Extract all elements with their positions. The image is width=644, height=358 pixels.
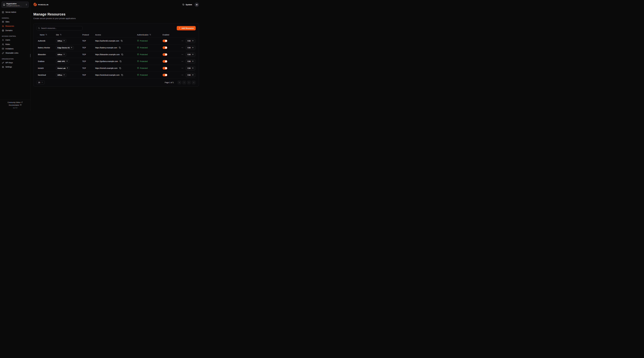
- access-url: https://immich.example.com: [95, 67, 118, 69]
- sidebar-item-sites[interactable]: Sites: [0, 20, 30, 24]
- site-link-button[interactable]: Home Lab: [56, 66, 70, 70]
- row-menu-button[interactable]: [181, 40, 184, 42]
- site-link-button[interactable]: Office: [56, 73, 66, 77]
- org-selector-value: milo@fossorial.io's ...: [6, 5, 24, 7]
- resource-protocol: TCP: [82, 54, 95, 56]
- sort-icon: [60, 34, 62, 36]
- pagination-first-button[interactable]: [178, 81, 181, 84]
- roles-icon: [2, 43, 4, 46]
- sidebar-item-label: Users: [6, 39, 10, 41]
- column-header-name[interactable]: Name: [36, 34, 56, 36]
- column-header-authentication[interactable]: Authentication: [137, 34, 162, 36]
- column-header-site[interactable]: Site: [56, 34, 82, 36]
- edit-button[interactable]: Edit: [186, 46, 196, 50]
- sidebar-item-domains[interactable]: Domains: [0, 28, 30, 33]
- sidebar-item-invitations[interactable]: Invitations: [0, 47, 30, 51]
- edit-button[interactable]: Edit: [186, 39, 196, 43]
- brand: PANGOLIN: [33, 3, 48, 7]
- auth-status-label: Protected: [140, 74, 148, 76]
- sidebar-item-users[interactable]: Users: [0, 38, 30, 42]
- site-link-button[interactable]: Office: [56, 53, 66, 57]
- site-link-button[interactable]: Office: [56, 39, 66, 43]
- arrow-right-icon: [192, 40, 194, 42]
- pagination-last-button[interactable]: [192, 81, 196, 84]
- sidebar-item-resources[interactable]: Resources: [0, 24, 30, 28]
- book-open-icon: [20, 104, 22, 106]
- site-link-button[interactable]: Edge Device 01: [56, 46, 74, 50]
- edit-button[interactable]: Edit: [186, 66, 196, 70]
- search-input[interactable]: [36, 26, 82, 30]
- arrow-right-icon: [192, 67, 194, 69]
- section-label-general: GENERAL: [2, 17, 28, 19]
- sites-icon: [2, 21, 4, 23]
- enabled-toggle[interactable]: [162, 60, 167, 63]
- auth-status: Protected: [137, 53, 162, 56]
- row-menu-button[interactable]: [181, 46, 184, 49]
- copy-icon[interactable]: [119, 67, 121, 69]
- edit-button[interactable]: Edit: [186, 73, 196, 77]
- access-url: https://grafana.example.com: [95, 60, 118, 62]
- pagination-next-button[interactable]: [187, 81, 191, 84]
- enabled-toggle[interactable]: [162, 53, 167, 56]
- site-link-button[interactable]: AWS VPC: [56, 60, 69, 63]
- column-label: Protocol: [82, 34, 89, 36]
- table-footer: 20 Page 1 of 1: [36, 81, 196, 84]
- copy-icon[interactable]: [121, 53, 124, 56]
- sidebar-resize-handle[interactable]: [30, 54, 31, 57]
- pager-buttons: [178, 81, 196, 84]
- sidebar-item-shareable-links[interactable]: Shareable Links: [0, 51, 30, 55]
- row-menu-button[interactable]: [181, 60, 184, 63]
- org-selector-texts: Organization milo@fossorial.io's ...: [6, 3, 24, 7]
- page-size-select[interactable]: 20: [36, 81, 44, 84]
- auth-status-label: Protected: [140, 67, 148, 69]
- sidebar-item-api-keys[interactable]: API Keys: [0, 61, 30, 65]
- app-root: Organization milo@fossorial.io's ... Ser…: [0, 0, 202, 111]
- documentation-link[interactable]: Documentation: [0, 104, 30, 106]
- access-url: https://bitwarden.example.com: [95, 54, 120, 56]
- sidebar-item-settings[interactable]: Settings: [0, 65, 30, 69]
- community-edition-link[interactable]: Community Edition: [0, 101, 30, 104]
- sidebar-item-label: API Keys: [6, 62, 13, 64]
- theme-toggle-button[interactable]: System: [182, 4, 192, 6]
- copy-icon[interactable]: [121, 74, 123, 76]
- enabled-toggle[interactable]: [162, 67, 167, 70]
- copy-icon[interactable]: [120, 40, 123, 42]
- link-icon: [2, 52, 4, 54]
- arrow-right-icon: [192, 54, 194, 56]
- row-menu-button[interactable]: [181, 53, 184, 56]
- page-size-value: 20: [38, 82, 40, 84]
- row-menu-button[interactable]: [181, 67, 184, 70]
- resource-name: Nextcloud: [36, 74, 56, 76]
- org-selector[interactable]: Organization milo@fossorial.io's ...: [2, 2, 29, 8]
- sidebar-item-roles[interactable]: Roles: [0, 42, 30, 47]
- resource-protocol: TCP: [82, 67, 95, 69]
- gear-icon: [2, 66, 4, 68]
- arrow-right-icon: [192, 74, 194, 76]
- page-title: Manage Resources: [33, 12, 199, 16]
- auth-status-label: Protected: [140, 54, 148, 56]
- avatar[interactable]: M: [194, 3, 199, 7]
- copy-icon[interactable]: [120, 60, 122, 63]
- resource-protocol: TCP: [82, 40, 95, 42]
- column-header-protocol: Protocol: [82, 34, 95, 36]
- enabled-toggle[interactable]: [162, 46, 167, 49]
- add-resource-button[interactable]: Add Resource: [177, 26, 196, 30]
- arrow-right-icon: [192, 47, 194, 49]
- copy-icon[interactable]: [118, 47, 121, 49]
- brand-name: PANGOLIN: [38, 4, 48, 6]
- resource-name: Bitwarden: [36, 54, 56, 56]
- org-selector-title: Organization: [6, 3, 24, 5]
- pagination-prev-button[interactable]: [182, 81, 186, 84]
- resource-name: Grafana: [36, 60, 56, 62]
- row-menu-button[interactable]: [181, 74, 184, 76]
- auth-status: Protected: [137, 47, 162, 49]
- top-bar: PANGOLIN System M: [30, 0, 202, 9]
- enabled-toggle[interactable]: [162, 74, 167, 76]
- enabled-toggle[interactable]: [162, 40, 167, 42]
- site-label: Office: [58, 54, 62, 56]
- edit-button[interactable]: Edit: [186, 53, 196, 57]
- resources-card: Add Resource Name Site Protocol Access: [33, 23, 199, 87]
- sidebar-item-server-admin[interactable]: Server Admin: [0, 10, 30, 15]
- resource-protocol: TCP: [82, 74, 95, 76]
- edit-button[interactable]: Edit: [186, 59, 196, 64]
